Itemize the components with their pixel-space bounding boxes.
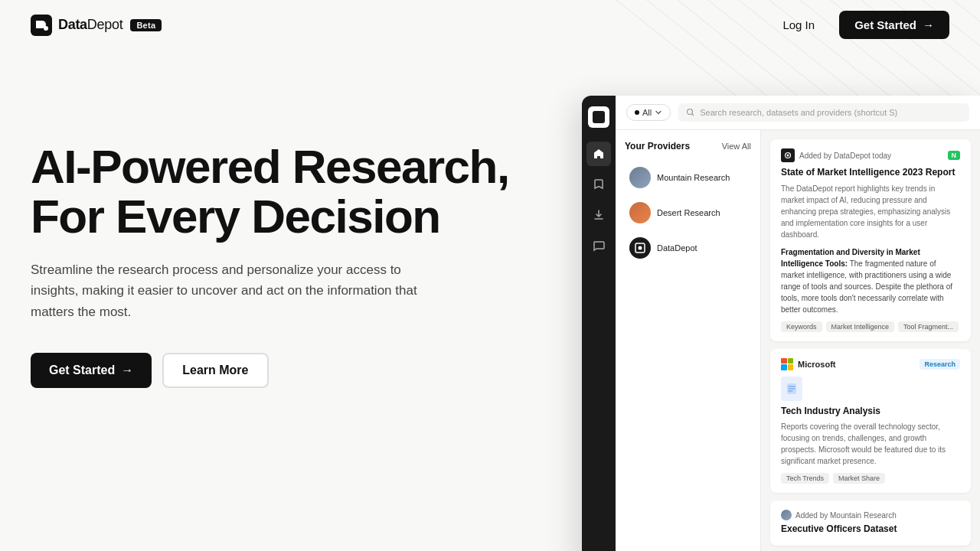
get-started-button[interactable]: Get Started → <box>31 353 152 388</box>
feed-card-microsoft: Microsoft Research Tech Industry Analysi… <box>770 349 971 494</box>
logo-text: DataDepot <box>58 17 122 33</box>
feed-card-header: Added by DataDepot today N <box>781 148 960 162</box>
filter-pill[interactable]: All <box>626 104 671 121</box>
filter-dot <box>635 110 639 115</box>
nav-left: DataDepot Beta <box>31 15 162 36</box>
sidebar-home-icon[interactable] <box>586 142 611 166</box>
app-main: All Search research, datasets and provid… <box>616 96 980 551</box>
feed-tag: Keywords <box>781 321 822 332</box>
svg-point-13 <box>44 26 48 31</box>
hero-buttons: Get Started → Learn More <box>31 353 509 388</box>
research-badge: Research <box>920 359 960 370</box>
datadepot-avatar <box>629 237 651 259</box>
learn-more-button[interactable]: Learn More <box>162 353 268 388</box>
app-mockup: All Search research, datasets and provid… <box>582 96 980 551</box>
provider-name: Mountain Research <box>657 173 730 182</box>
logo: DataDepot <box>31 15 122 36</box>
get-started-nav-button[interactable]: Get Started → <box>839 11 949 39</box>
provider-name: Desert Research <box>657 208 720 217</box>
providers-title: Your Providers <box>625 141 690 152</box>
app-topbar: All Search research, datasets and provid… <box>616 96 980 130</box>
feed-source-text: Added by DataDepot today <box>799 152 891 160</box>
new-badge: N <box>948 151 961 160</box>
feed-card-title: State of Market Intelligence 2023 Report <box>781 167 960 179</box>
navbar: DataDepot Beta Log In Get Started → <box>0 0 980 50</box>
app-content: Your Providers View All Mountain Researc… <box>616 130 980 551</box>
feed-tag: Tech Trends <box>781 473 829 484</box>
feed-card-highlight: Fragmentation and Diversity in Market In… <box>781 246 960 315</box>
search-placeholder: Search research, datasets and providers … <box>700 108 897 117</box>
ms-header: Microsoft Research <box>781 358 960 370</box>
provider-item[interactable]: Desert Research <box>625 196 751 230</box>
view-all-link[interactable]: View All <box>722 142 751 151</box>
provider-item[interactable]: DataDepot <box>625 231 751 265</box>
sidebar-logo-inner <box>593 111 605 123</box>
mountain-research-avatar <box>629 167 651 188</box>
microsoft-logo <box>781 358 793 370</box>
desert-research-avatar <box>629 202 651 223</box>
beta-badge: Beta <box>130 19 162 31</box>
feed-tag: Market Share <box>833 473 885 484</box>
svg-point-18 <box>787 155 789 157</box>
feed-tags: Tech Trends Market Share <box>781 473 960 484</box>
search-bar[interactable]: Search research, datasets and providers … <box>678 103 969 122</box>
feed-panel: Added by DataDepot today N State of Mark… <box>761 130 980 551</box>
feed-card-title: Executive Officers Dataset <box>781 523 960 536</box>
ms-name: Microsoft <box>798 360 836 369</box>
provider-item[interactable]: Mountain Research <box>625 161 751 194</box>
feed-card: Added by DataDepot today N State of Mark… <box>770 139 971 341</box>
hero-title: AI-Powered Research, For Every Decision <box>31 142 509 241</box>
sidebar-chat-icon[interactable] <box>586 233 611 258</box>
feed-tag: Market Intelligence <box>826 321 895 332</box>
hero-section: AI-Powered Research, For Every Decision … <box>0 50 980 551</box>
svg-point-16 <box>639 246 642 250</box>
nav-right: Log In Get Started → <box>773 11 949 39</box>
feed-tags: Keywords Market Intelligence Tool Fragme… <box>781 321 960 332</box>
feed-added-text: Added by Mountain Research <box>781 510 960 520</box>
feed-card-mountain: Added by Mountain Research Executive Off… <box>770 500 971 546</box>
hero-subtitle: Streamline the research process and pers… <box>31 259 444 322</box>
hero-content: AI-Powered Research, For Every Decision … <box>31 96 509 388</box>
logo-icon <box>31 15 52 36</box>
app-sidebar <box>582 96 616 551</box>
sidebar-bookmark-icon[interactable] <box>586 172 611 197</box>
feed-tag: Tool Fragment... <box>898 321 959 332</box>
sidebar-logo <box>588 106 609 128</box>
feed-card-desc: The DataDepot report highlights key tren… <box>781 183 960 240</box>
providers-panel: Your Providers View All Mountain Researc… <box>616 130 761 551</box>
providers-header: Your Providers View All <box>625 141 751 152</box>
feed-card-title: Tech Industry Analysis <box>781 406 960 418</box>
doc-icon <box>781 377 802 401</box>
login-button[interactable]: Log In <box>773 12 824 37</box>
provider-name: DataDepot <box>657 243 697 253</box>
feed-card-desc: Reports covering the overall technology … <box>781 421 960 467</box>
sidebar-download-icon[interactable] <box>586 203 611 227</box>
datadepot-source-icon <box>781 148 795 162</box>
